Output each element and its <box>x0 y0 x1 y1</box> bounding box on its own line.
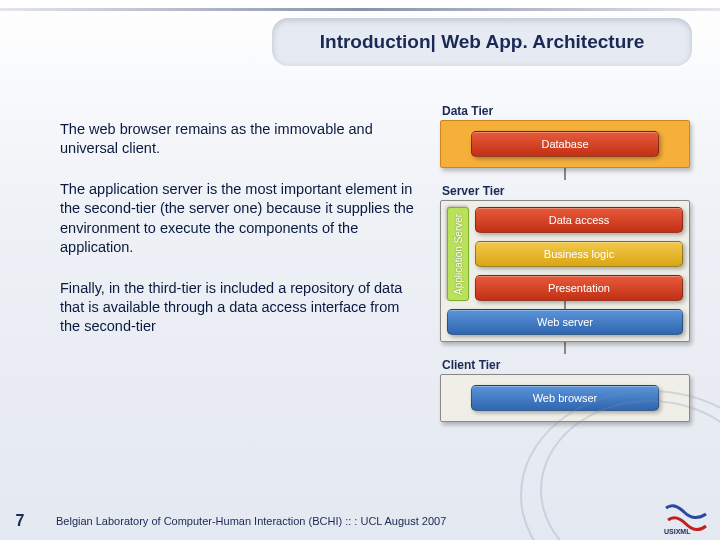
client-tier-label: Client Tier <box>442 358 690 372</box>
server-tier-box: Application Server Data access Business … <box>440 200 690 342</box>
data-tier-label: Data Tier <box>442 104 690 118</box>
business-logic-block: Business logic <box>475 241 683 267</box>
client-tier-box: Web browser <box>440 374 690 422</box>
architecture-diagram: Data Tier Database Server Tier Applicati… <box>440 100 690 422</box>
footer: 7 Belgian Laboratory of Computer-Human I… <box>0 512 720 530</box>
paragraph-1: The web browser remains as the immovable… <box>60 120 420 158</box>
connector <box>564 342 566 354</box>
server-tier-label: Server Tier <box>442 184 690 198</box>
footer-text: Belgian Laboratory of Computer-Human Int… <box>40 515 720 527</box>
paragraph-3: Finally, in the third-tier is included a… <box>60 279 420 336</box>
data-access-block: Data access <box>475 207 683 233</box>
paragraph-2: The application server is the most impor… <box>60 180 420 257</box>
svg-text:USIXML: USIXML <box>664 528 691 535</box>
slide: Introduction| Web App. Architecture The … <box>0 0 720 540</box>
web-browser-block: Web browser <box>471 385 659 411</box>
connector <box>564 301 566 309</box>
page-number: 7 <box>0 512 40 530</box>
body-text: The web browser remains as the immovable… <box>60 120 420 358</box>
web-server-block: Web server <box>447 309 683 335</box>
database-block: Database <box>471 131 659 157</box>
usixml-logo-icon: USIXML <box>662 500 710 536</box>
data-tier-box: Database <box>440 120 690 168</box>
connector <box>564 168 566 180</box>
slide-title: Introduction| Web App. Architecture <box>272 18 692 66</box>
top-divider <box>0 8 720 11</box>
slide-title-text: Introduction| Web App. Architecture <box>320 31 644 53</box>
presentation-block: Presentation <box>475 275 683 301</box>
application-server-strip: Application Server <box>447 207 469 301</box>
